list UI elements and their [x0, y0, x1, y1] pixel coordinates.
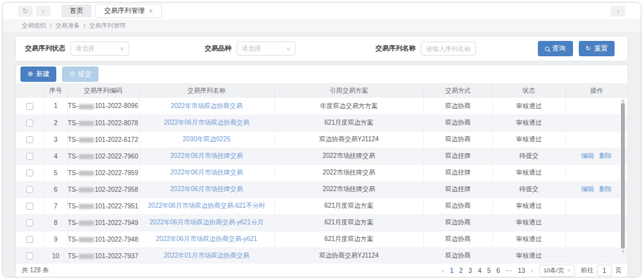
tab-home[interactable]: 首页: [61, 4, 91, 17]
row-checkbox[interactable]: [26, 136, 33, 143]
cell-index: 3: [44, 131, 67, 148]
column-header: 序号: [44, 83, 67, 98]
cell-mode: 双边协商: [423, 131, 492, 148]
refresh-button[interactable]: ↻: [18, 6, 33, 17]
code-prefix: TS-: [68, 153, 78, 160]
code-suffix: 101-2022-7949: [95, 219, 138, 226]
sequence-name-link[interactable]: 2022年06月市场挂牌交易: [170, 152, 242, 159]
page-number[interactable]: 5: [487, 267, 491, 274]
cell-name: 2022年06月市场挂牌交易: [139, 148, 274, 164]
sequence-name-link[interactable]: 2022年01月市场双边协商交易: [164, 252, 249, 259]
edit-link[interactable]: 编辑: [581, 152, 594, 159]
row-checkbox[interactable]: [26, 103, 33, 110]
redacted-code-segment: [79, 154, 94, 159]
next-page-icon[interactable]: ›: [531, 267, 533, 274]
cell-index: 8: [44, 214, 67, 231]
scrollbar-thumb[interactable]: [621, 103, 625, 249]
back-button[interactable]: ‹: [36, 6, 51, 17]
submit-button[interactable]: ⊙ 提交: [62, 66, 98, 82]
sequence-name-link[interactable]: 2030年双边0225: [183, 136, 231, 143]
sequence-name-input[interactable]: [421, 42, 476, 56]
row-checkbox[interactable]: [26, 203, 33, 210]
status-select[interactable]: 请选择 ∨: [70, 42, 129, 56]
sequence-name-link[interactable]: 2022年06月市场挂牌交易: [170, 185, 242, 192]
row-checkbox[interactable]: [26, 153, 33, 160]
delete-link[interactable]: 删除: [599, 185, 612, 192]
scroll-up-icon[interactable]: ▲: [620, 98, 625, 103]
sequence-name-link[interactable]: 2022年06月市场双边协商交易: [164, 119, 249, 126]
sequence-name-link[interactable]: 2022年06月市场双边协商交易-621不分时: [148, 202, 265, 209]
checkbox-cell: [16, 148, 44, 164]
prev-page-icon[interactable]: ‹: [442, 267, 444, 274]
breadcrumb-item[interactable]: 交易组织: [22, 22, 46, 30]
goto-page-input[interactable]: [597, 265, 612, 276]
code-suffix: 102-2022-7958: [95, 186, 138, 193]
variety-select-placeholder: 请选择: [242, 44, 261, 53]
vertical-scrollbar[interactable]: ▲ ▼: [620, 98, 625, 264]
checkbox-cell: [16, 231, 44, 247]
page-number[interactable]: 2: [459, 267, 463, 274]
page-number[interactable]: 4: [478, 267, 482, 274]
row-checkbox[interactable]: [26, 219, 33, 226]
query-button[interactable]: 查询: [538, 41, 573, 56]
sequence-name-link[interactable]: 2022年市场双边协商交易: [171, 102, 242, 109]
cell-mode: 双边协商: [423, 98, 492, 114]
cell-actions: [565, 98, 627, 114]
table-footer: 共 128 条 ‹ 123456···13 › 10条/页 ∨ 前往 页: [16, 263, 627, 277]
checkbox-cell: [16, 164, 44, 181]
page-size-select[interactable]: 10条/页 ∨: [539, 265, 575, 277]
cell-mode: 双边挂牌: [423, 164, 492, 181]
cell-mode: 双边协商: [423, 247, 492, 264]
table-header-row: 序号交易序列编码交易序列名称引用交易方案交易方式状态操作: [16, 83, 627, 98]
cell-plan: 双边协商交易YJ1124: [274, 247, 423, 264]
tab-sequence-management[interactable]: 交易序列管理 ×: [95, 4, 162, 18]
close-icon[interactable]: ×: [149, 8, 153, 15]
breadcrumb-item[interactable]: 交易准备: [56, 22, 80, 30]
scroll-down-icon[interactable]: ▼: [620, 249, 625, 254]
sequence-name-link[interactable]: 2022年06月市场挂牌交易: [170, 169, 242, 176]
page-number[interactable]: 1: [450, 267, 453, 274]
redacted-code-segment: [79, 104, 94, 109]
forward-button[interactable]: ›: [611, 6, 625, 17]
delete-link[interactable]: 删除: [599, 152, 612, 159]
page-number[interactable]: 6: [496, 267, 500, 274]
cell-actions: [565, 164, 627, 181]
code-prefix: TS-: [68, 186, 78, 193]
row-checkbox[interactable]: [26, 253, 33, 260]
reset-icon: ↻: [586, 45, 591, 52]
sequence-name-link[interactable]: 2022年06月市场双边协商交易-y621分月: [150, 219, 263, 226]
cell-mode: 双边协商: [423, 114, 492, 131]
sequence-name-link[interactable]: 2022年06月市场双边协商交易-y621: [156, 235, 257, 242]
breadcrumb-separator: /: [84, 22, 86, 29]
cell-status: 审核通过: [492, 247, 565, 264]
redacted-code-segment: [79, 121, 94, 126]
cell-actions: [565, 231, 627, 247]
create-button[interactable]: ⊕ 新建: [20, 66, 56, 82]
cell-code: TS-101-2022-7937: [67, 247, 139, 264]
page-number[interactable]: 13: [518, 267, 525, 274]
row-checkbox[interactable]: [26, 186, 33, 193]
breadcrumb: 交易组织 / 交易准备 / 交易序列管理: [3, 19, 641, 32]
cell-actions: [565, 198, 627, 214]
table-row: 7TS-101-2022-79512022年06月市场双边协商交易-621不分时…: [16, 198, 627, 214]
reset-button[interactable]: ↻ 重置: [579, 41, 615, 56]
page-number[interactable]: 3: [469, 267, 473, 274]
name-filter-label: 交易序列名称: [375, 44, 416, 53]
table-row: 6TS-102-2022-79582022年06月市场挂牌交易2022市场挂牌交…: [16, 181, 627, 198]
variety-select[interactable]: 请选择 ∨: [237, 42, 295, 56]
cell-status: 审核通过: [492, 164, 565, 181]
cell-status: 审核通过: [492, 98, 565, 114]
row-checkbox[interactable]: [26, 169, 33, 176]
code-suffix: 101-2022-8096: [95, 102, 138, 109]
status-select-placeholder: 请选择: [75, 44, 95, 53]
row-checkbox[interactable]: [26, 236, 33, 243]
row-checkbox[interactable]: [26, 120, 33, 127]
cell-name: 2022年06月市场双边协商交易-y621分月: [139, 214, 274, 231]
table-toolbar: ⊕ 新建 ⊙ 提交: [16, 65, 627, 83]
edit-link[interactable]: 编辑: [581, 185, 594, 192]
cell-plan: 双边协商交易YJ1124: [274, 131, 423, 148]
cell-code: TS-102-2022-7958: [67, 181, 139, 198]
table-row: 1TS-101-2022-80962022年市场双边协商交易年度双边交易方方案双…: [16, 98, 627, 114]
cell-status: 审核通过: [492, 198, 565, 214]
cell-plan: 621月度双边方案: [274, 214, 423, 231]
